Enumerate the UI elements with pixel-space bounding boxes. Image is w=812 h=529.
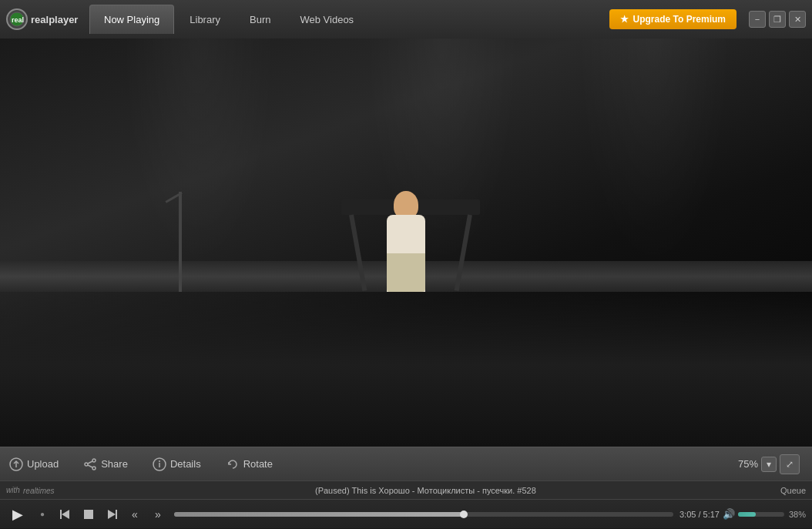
logo-text: realplayer [31,14,78,25]
minimize-button[interactable]: − [749,11,766,28]
tab-library[interactable]: Library [176,5,234,34]
window-controls: − ❐ ✕ [749,11,806,28]
svg-rect-13 [60,510,62,519]
tab-now-playing[interactable]: Now Playing [89,5,174,34]
volume-icon[interactable]: 🔊 [723,508,735,520]
upgrade-star-icon: ★ [620,14,629,25]
upload-icon [9,457,23,471]
video-toolbar: Upload Share Details [0,447,812,480]
expand-button[interactable]: ⤢ [780,454,800,474]
video-area[interactable] [0,39,812,447]
tab-bar: Now Playing Library Burn Web Videos [89,0,603,39]
mic-stand [179,192,182,292]
volume-area: 🔊 38% [723,508,806,520]
rewind-button[interactable]: « [125,504,145,524]
performer [367,153,445,292]
rotate-icon [226,457,240,471]
info-icon [153,457,166,471]
time-display: 3:05 / 5:17 [679,510,720,519]
restore-button[interactable]: ❐ [769,11,786,28]
volume-fill [738,512,756,517]
upload-label: Upload [27,458,59,470]
svg-point-6 [92,467,96,470]
zoom-value: 75% [738,458,758,470]
status-text: (Paused) This is Хорошо - Мотоциклисты -… [71,486,780,495]
video-content [0,39,812,447]
with-label: with [6,486,20,494]
tab-burn[interactable]: Burn [236,5,284,34]
svg-point-4 [92,459,96,462]
playback-controls: ▶ ● « » 3:05 / 5:17 🔊 38% [0,499,812,528]
progress-track[interactable] [174,512,673,517]
logo-circle: real [6,8,28,30]
svg-marker-14 [62,510,69,519]
zoom-control: 75% ▾ ⤢ [738,454,800,474]
stand-right [454,214,471,291]
previous-track-button[interactable] [55,504,75,524]
next-track-button[interactable] [102,504,122,524]
time-total: 5:17 [703,510,720,519]
realtimes-logo: realtimes [23,485,62,496]
status-logo: with realtimes [6,485,62,496]
svg-line-7 [88,461,92,464]
volume-percent: 38% [789,510,806,519]
svg-point-5 [85,463,88,466]
titlebar: real realplayer Now Playing Library Burn… [0,0,812,39]
progress-thumb [460,511,468,518]
svg-text:realtimes: realtimes [23,487,55,495]
share-label: Share [101,458,128,470]
circle-button[interactable]: ● [32,504,52,524]
volume-bar[interactable] [738,512,784,517]
performer-legs [387,253,425,292]
details-button[interactable]: Details [143,454,210,475]
upgrade-button[interactable]: ★ Upgrade To Premium [609,9,737,29]
svg-line-8 [88,465,92,467]
progress-fill [174,512,464,517]
svg-marker-17 [108,510,116,519]
close-button[interactable]: ✕ [789,11,806,28]
zoom-dropdown-button[interactable]: ▾ [761,457,777,472]
rotate-button[interactable]: Rotate [216,454,282,475]
stage-floor [0,283,812,447]
time-separator: / [696,510,703,519]
progress-area[interactable] [174,512,673,517]
svg-rect-16 [116,510,117,519]
app-logo: real realplayer [6,7,75,32]
svg-text:real: real [12,16,24,24]
upgrade-label: Upgrade To Premium [633,14,726,25]
share-button[interactable]: Share [74,454,137,475]
time-current: 3:05 [679,510,696,519]
svg-rect-15 [84,510,93,519]
statusbar: with realtimes (Paused) This is Хорошо -… [0,480,812,499]
fast-forward-button[interactable]: » [148,504,168,524]
rotate-label: Rotate [243,458,273,470]
svg-point-11 [159,460,160,462]
tab-web-videos[interactable]: Web Videos [286,5,367,34]
play-button[interactable]: ▶ [6,503,29,526]
upload-button[interactable]: Upload [0,454,68,475]
queue-button[interactable]: Queue [780,486,806,495]
details-label: Details [170,458,201,470]
stand-left [349,214,367,291]
stop-button[interactable] [79,504,99,524]
share-icon [83,457,97,471]
